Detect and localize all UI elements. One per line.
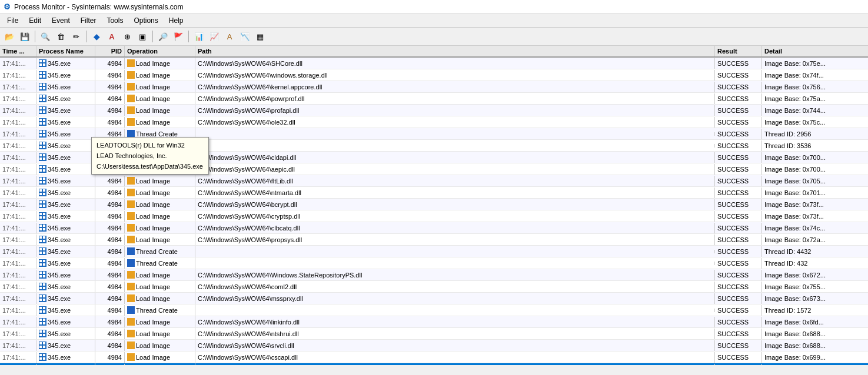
tb-save[interactable]: 💾 [18,29,32,43]
table-row[interactable]: 17:41:... 345.exe 4984 Load Image C:\Win… [0,340,868,351]
tb-sep3 [152,31,153,42]
table-row[interactable]: 17:41:... 345.exe 4984 Load Image C:\Win… [0,175,868,187]
cell-time: 17:41:... [0,164,36,175]
table-row[interactable]: 17:41:... 345.exe 4984 Load Image C:\Win… [0,81,868,93]
col-header-path[interactable]: Path [195,46,715,56]
process-icon [39,283,46,290]
process-icon [39,353,46,361]
tb-reg-activity[interactable]: 📈 [207,29,221,43]
menu-bar: FileEditEventFilterToolsOptionsHelp [0,14,868,28]
load-image-icon [127,106,135,114]
table-row[interactable]: 17:41:... 345.exe 4984 Load Image C:\Win… [0,281,868,293]
col-header-time[interactable]: Time ... [0,46,36,56]
cell-path: C:\Windows\SysWOW64\linkinfo.dll [195,317,715,327]
process-icon [39,71,46,79]
table-row[interactable]: 17:41:... 345.exe 4984 Load Image C:\Win… [0,152,868,163]
menu-item-filter[interactable]: Filter [76,15,101,26]
cell-path: C:\Windows\SysWOW64\ntshrui.dll [195,329,715,339]
process-icon [39,318,46,326]
table-row[interactable]: 17:41:... 345.exe 4984 Process Create C:… [0,363,868,365]
menu-item-help[interactable]: Help [164,15,188,26]
cell-pid: 4984 [95,164,125,175]
cell-path: C:\Windows\SysWOW64\cryptsp.dll [195,211,715,222]
table-row[interactable]: 17:41:... 345.exe 4984 Load Image C:\Win… [0,351,868,363]
tb-clear[interactable]: 🗑 [54,29,68,43]
cell-path: C:\Windows\SysWOW64\cldapi.dll [195,152,715,163]
col-header-result[interactable]: Result [715,46,762,56]
table-row[interactable]: 17:41:... 345.exe 4984 Load Image C:\Win… [0,293,868,304]
tb-highlight[interactable]: A [105,29,119,43]
cell-operation: Load Image [125,69,195,81]
table-row[interactable]: 17:41:... 345.exe 4984 Load Image C:\Win… [0,316,868,328]
col-header-pid[interactable]: PID [95,46,125,56]
tb-find[interactable]: 🔍 [38,29,52,43]
table-row[interactable]: 17:41:... 345.exe 4984 Load Image C:\Win… [0,163,868,175]
table-row[interactable]: 17:41:... 345.exe 4984 Load Image C:\Win… [0,269,868,281]
cell-result: SUCCESS [715,246,762,257]
cell-pid: 4984 [95,58,125,69]
process-name: 345.exe [48,189,71,196]
cell-time: 17:41:... [0,293,36,304]
cell-result: SUCCESS [715,176,762,186]
process-name: 345.exe [48,119,71,126]
operation-label: Load Image [136,236,170,243]
table-row[interactable]: 17:41:... 345.exe 4984 Thread Create SUC… [0,140,868,152]
cell-operation: Load Image [125,199,195,210]
cell-result: SUCCESS [715,317,762,327]
cell-pid: 4984 [95,199,125,210]
col-header-process[interactable]: Process Name [36,46,95,56]
table-row[interactable]: 17:41:... 345.exe 4984 Load Image C:\Win… [0,116,868,128]
operation-label: Thread Create [136,248,178,255]
table-row[interactable]: 17:41:... 345.exe 4984 Thread Create SUC… [0,304,868,316]
cell-pid: 4984 [95,352,125,363]
col-header-detail[interactable]: Detail [762,46,868,56]
tb-target[interactable]: ⊕ [120,29,134,43]
cell-detail: Image Base: 0x688... [762,329,868,339]
tb-net-activity[interactable]: 📉 [238,29,252,43]
cell-time: 17:41:... [0,105,36,116]
tb-edit[interactable]: ✏ [69,29,83,43]
menu-item-event[interactable]: Event [47,15,75,26]
table-row[interactable]: 17:41:... 345.exe 4984 Load Image C:\Win… [0,187,868,199]
menu-item-file[interactable]: File [2,15,23,26]
menu-item-tools[interactable]: Tools [102,15,128,26]
table-row[interactable]: 17:41:... 345.exe 4984 Load Image C:\Win… [0,93,868,105]
load-image-icon [127,200,135,208]
cell-path [195,132,715,136]
table-row[interactable]: 17:41:... 345.exe 4984 Thread Create SUC… [0,246,868,257]
table-row[interactable]: 17:41:... 345.exe 4984 Load Image C:\Win… [0,328,868,340]
tb-open[interactable]: 📂 [2,29,16,43]
menu-item-options[interactable]: Options [129,15,162,26]
process-name: 345.exe [48,248,71,255]
table-row[interactable]: 17:41:... 345.exe 4984 Load Image C:\Win… [0,58,868,69]
menu-item-edit[interactable]: Edit [24,15,46,26]
tb-file-activity[interactable]: A [222,29,237,43]
table-row[interactable]: 17:41:... 345.exe 4984 Load Image C:\Win… [0,199,868,210]
process-icon [39,259,46,267]
table-row[interactable]: 17:41:... 345.exe 4984 Load Image C:\Win… [0,105,868,116]
tb-search-online[interactable]: 🔎 [156,29,170,43]
cell-process: 345.exe [36,246,95,257]
table-row[interactable]: 17:41:... 345.exe 4984 Thread Create SUC… [0,128,868,140]
table-row[interactable]: 17:41:... 345.exe 4984 Load Image C:\Win… [0,234,868,246]
cell-operation: Thread Create [125,246,195,257]
cell-time: 17:41:... [0,258,36,269]
table-row[interactable]: 17:41:... 345.exe 4984 Thread Create SUC… [0,257,868,269]
cell-process: 345.exe [36,175,95,186]
cell-operation: Load Image [125,328,195,339]
process-icon [39,212,46,220]
tb-filter[interactable]: ◆ [89,29,104,43]
cell-operation: Load Image [125,269,195,280]
tb-props[interactable]: ▣ [135,29,149,43]
cell-operation: Load Image [125,281,195,292]
table-row[interactable]: 17:41:... 345.exe 4984 Load Image C:\Win… [0,210,868,222]
cell-pid: 4984 [95,329,125,339]
tb-proc-activity[interactable]: ▦ [253,29,267,43]
table-row[interactable]: 17:41:... 345.exe 4984 Load Image C:\Win… [0,69,868,81]
tb-process-tree[interactable]: 📊 [192,29,206,43]
cell-operation: Thread Create [125,257,195,269]
tb-bookmark[interactable]: 🚩 [171,29,185,43]
table-row[interactable]: 17:41:... 345.exe 4984 Load Image C:\Win… [0,222,868,234]
operation-label: Thread Create [136,130,178,138]
col-header-operation[interactable]: Operation [125,46,195,56]
